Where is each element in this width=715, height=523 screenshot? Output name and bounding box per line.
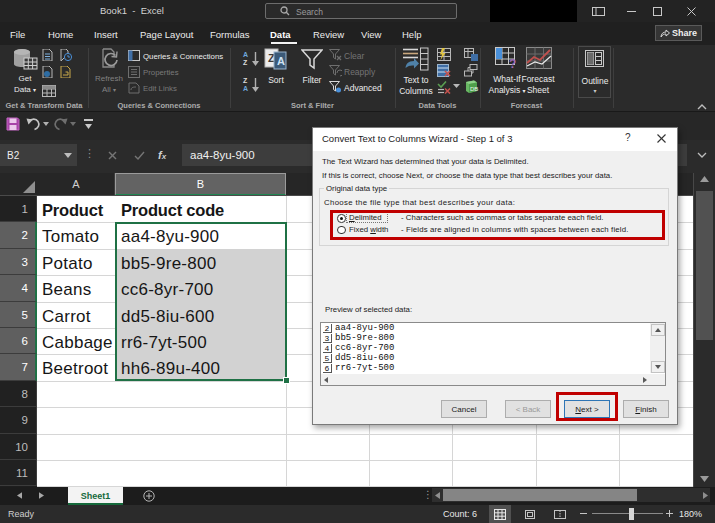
svg-text:A: A — [277, 55, 285, 67]
svg-text:?: ? — [509, 57, 516, 69]
svg-text:DB: DB — [470, 86, 478, 92]
